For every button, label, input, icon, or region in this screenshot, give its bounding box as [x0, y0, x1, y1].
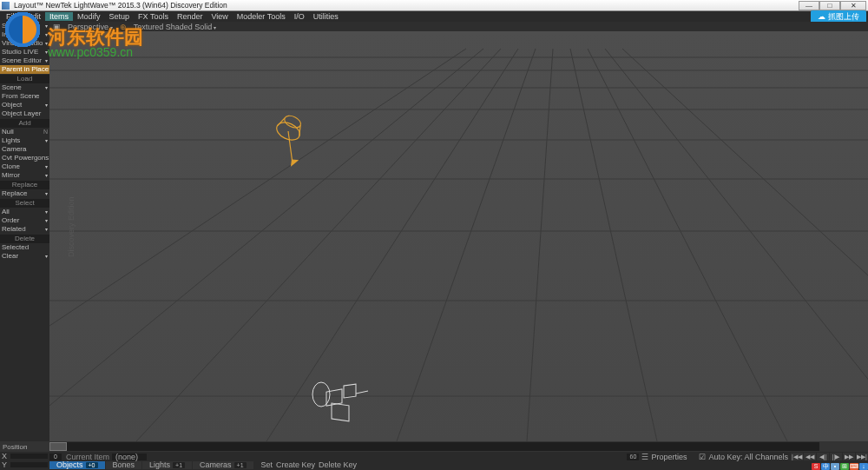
menu-view[interactable]: View [207, 12, 232, 21]
lp-camera[interactable]: Camera [0, 145, 49, 154]
viewport[interactable]: ▣ Perspective ⊕ Textured Shaded Solid [49, 22, 868, 441]
frame-end[interactable]: 60 [627, 453, 639, 460]
properties-button[interactable]: Properties [651, 453, 687, 461]
tab-bones[interactable]: Bones [106, 461, 142, 469]
lp-all[interactable]: All [0, 208, 49, 216]
shading-dropdown[interactable]: Textured Shaded Solid [134, 23, 216, 31]
menu-utilities[interactable]: Utilities [309, 12, 343, 21]
tick-120: 120 [812, 0, 825, 2]
section-add: Add [0, 119, 49, 128]
transport-0[interactable]: |◀◀ [791, 453, 803, 460]
lp-related[interactable]: Related [0, 225, 49, 234]
svg-rect-0 [49, 31, 868, 441]
section-delete: Delete [0, 235, 49, 243]
x-value[interactable] [10, 453, 48, 459]
tray-icon-0[interactable]: S [812, 463, 820, 470]
frame-start[interactable]: 0 [49, 453, 62, 460]
maximize-button[interactable]: □ [819, 1, 840, 10]
transport-5[interactable]: ▶▶| [856, 453, 868, 460]
lp-mirror[interactable]: Mirror [0, 171, 49, 180]
close-button[interactable]: ✕ [840, 1, 866, 10]
lp-scene-editor[interactable]: Scene Editor [0, 56, 49, 65]
section-replace: Replace [0, 181, 49, 189]
lp-from-scene[interactable]: From Scene [0, 92, 49, 101]
watermark-text-2: www.pc0359.cn [48, 45, 133, 59]
menu-bar: FileEditItemsModifySetupFX ToolsRenderVi… [0, 11, 868, 22]
y-value[interactable] [10, 462, 48, 467]
minimize-button[interactable]: — [799, 1, 819, 10]
tray-icon-2[interactable]: • [831, 463, 839, 470]
tick-50: 50 [366, 0, 375, 2]
set-label[interactable]: Set [261, 460, 273, 469]
create-key[interactable]: Create Key [276, 460, 315, 469]
watermark-logo [2, 9, 43, 50]
lp-null[interactable]: Null [0, 128, 49, 136]
menu-fx-tools[interactable]: FX Tools [134, 12, 173, 21]
tick-90: 90 [622, 0, 631, 2]
lp-replace[interactable]: Replace [0, 189, 49, 198]
menu-i/o[interactable]: I/O [290, 12, 309, 21]
perspective-grid: Discovery Edition [49, 31, 868, 441]
tick-40: 40 [302, 0, 311, 2]
menu-setup[interactable]: Setup [105, 12, 135, 21]
lp-clone[interactable]: Clone [0, 162, 49, 171]
lp-clear[interactable]: Clear [0, 252, 49, 261]
tray-icon-5[interactable]: ↓ [859, 463, 868, 470]
x-label: X [2, 452, 10, 460]
lp-lights[interactable]: Lights [0, 136, 49, 145]
delete-key[interactable]: Delete Key [319, 460, 357, 469]
tick-0: 0 [47, 0, 51, 2]
menu-render[interactable]: Render [173, 12, 207, 21]
bottom-bar: 0102030405060708090100110120 Position X … [0, 441, 868, 470]
menu-modify[interactable]: Modify [73, 12, 105, 21]
tab-lights[interactable]: Lights+1 [142, 461, 192, 469]
current-item-label: Current Item [66, 453, 109, 461]
y-label: Y [2, 460, 10, 469]
tray-icon-3[interactable]: ⊞ [840, 463, 849, 470]
autokey-dropdown[interactable]: Auto Key: All Channels [708, 453, 788, 461]
parent-in-place-toggle[interactable]: Parent in Place [0, 65, 49, 74]
lp-object-layer[interactable]: Object Layer [0, 109, 49, 118]
menu-items[interactable]: Items [45, 12, 73, 21]
timeline-handle[interactable] [49, 442, 67, 451]
tick-20: 20 [174, 0, 182, 2]
lp-order[interactable]: Order [0, 216, 49, 225]
left-panel: SurfaceImage EditVirtual StudioStudio LI… [0, 22, 49, 441]
svg-text:Discovery Edition: Discovery Edition [67, 196, 76, 257]
transport-2[interactable]: ◀|| [817, 453, 829, 460]
tab-cameras[interactable]: Cameras+1 [193, 461, 253, 469]
section-select: Select [0, 199, 49, 208]
tick-10: 10 [109, 0, 118, 2]
tab-objects[interactable]: Objects+0 [49, 461, 105, 469]
position-label: Position [0, 443, 49, 451]
menu-modeler-tools[interactable]: Modeler Tools [233, 12, 290, 21]
lp-selected[interactable]: Selected [0, 243, 49, 252]
transport-1[interactable]: ◀◀ [804, 453, 816, 460]
transport-3[interactable]: ||▶ [830, 453, 842, 460]
tick-80: 80 [558, 0, 567, 2]
autokey-checkbox[interactable]: ☑ [699, 453, 706, 461]
window-title: Layout™ NewTek LightWave™ 2015.3 (Win64)… [14, 1, 799, 10]
tick-100: 100 [685, 0, 698, 2]
tick-110: 110 [749, 0, 762, 2]
section-load: Load [0, 75, 49, 83]
lp-scene[interactable]: Scene [0, 83, 49, 92]
tray-icon-1[interactable]: 中 [821, 463, 830, 470]
current-item-value[interactable]: (none) [112, 453, 147, 460]
lp-cvt-powergons[interactable]: Cvt Powergons [0, 154, 49, 162]
tray-icon-4[interactable]: ⌨ [850, 463, 858, 470]
transport-4[interactable]: ▶▶ [843, 453, 855, 460]
tick-70: 70 [494, 0, 503, 2]
timeline-scrubber[interactable] [49, 442, 819, 451]
tick-60: 60 [430, 0, 438, 2]
item-properties-icon[interactable]: ☰ [641, 453, 648, 461]
lp-object[interactable]: Object [0, 101, 49, 109]
tick-30: 30 [238, 0, 247, 2]
